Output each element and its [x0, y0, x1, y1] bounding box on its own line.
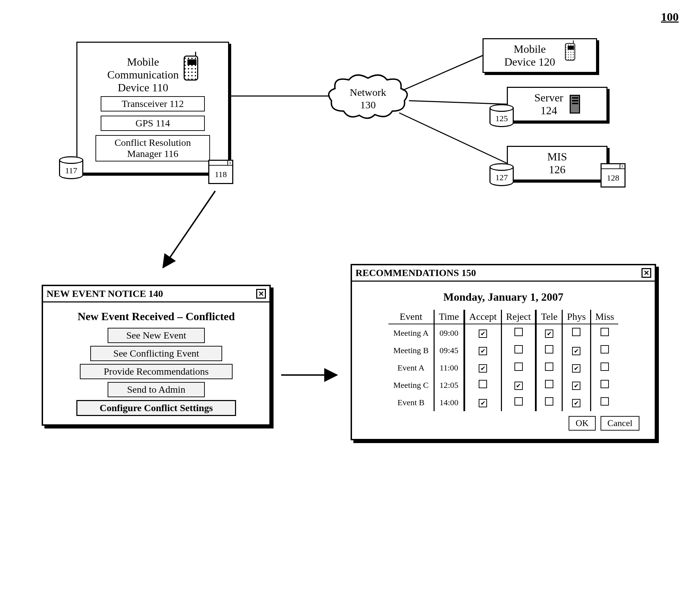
table-row: Meeting A09:00✔✔ — [388, 324, 618, 342]
checkbox[interactable]: ✔ — [572, 347, 580, 355]
table-row: Event B14:00✔✔ — [388, 394, 618, 411]
checkbox[interactable] — [601, 397, 609, 406]
cell: 09:45 — [434, 342, 464, 359]
cell: Meeting A — [388, 324, 434, 342]
cell: 11:00 — [434, 359, 464, 376]
window-118-icon: x 118 — [208, 160, 233, 184]
svg-line-3 — [163, 191, 215, 267]
configure-conflict-settings-button[interactable]: Configure Conflict Settings — [76, 400, 236, 416]
checkbox[interactable] — [601, 328, 609, 336]
mis-126-l2: 126 — [549, 163, 565, 176]
win-128-label: 128 — [602, 169, 624, 183]
see-new-event-button[interactable]: See New Event — [108, 328, 205, 343]
checkbox[interactable] — [545, 363, 553, 371]
provide-recommendations-button[interactable]: Provide Recommendations — [80, 364, 233, 379]
checkbox[interactable]: ✔ — [479, 364, 487, 373]
send-to-admin-button[interactable]: Send to Admin — [108, 382, 205, 397]
cell: Event A — [388, 359, 434, 376]
database-125-icon: 125 — [489, 104, 514, 128]
checkbox[interactable]: ✔ — [514, 382, 523, 390]
crm-line1: Conflict Resolution — [102, 137, 204, 148]
database-117-icon: 117 — [59, 156, 83, 181]
checkbox[interactable] — [545, 345, 553, 353]
col-accept: Accept — [464, 310, 501, 324]
col-tele: Tele — [536, 310, 562, 324]
arrow-118-to-140 — [146, 188, 229, 278]
server-124-box: Server 124 — [507, 87, 607, 122]
checkbox[interactable]: ✔ — [545, 330, 553, 338]
server-124-l2: 124 — [534, 104, 563, 117]
crm-116-box: Conflict Resolution Manager 116 — [95, 135, 210, 161]
mis-126-box: MIS 126 — [507, 146, 607, 181]
checkbox[interactable] — [545, 397, 553, 406]
checkbox[interactable] — [479, 380, 487, 388]
col-reject: Reject — [501, 310, 536, 324]
phone-icon — [565, 43, 575, 60]
cell: Meeting C — [388, 376, 434, 394]
dialog-140-header: New Event Received – Conflicted — [50, 310, 262, 323]
cell: Event B — [388, 394, 434, 411]
crm-line2: Manager 116 — [102, 148, 204, 159]
device-110-title-l2: Communication — [107, 68, 179, 81]
cancel-button[interactable]: Cancel — [601, 416, 639, 431]
col-event: Event — [388, 310, 434, 324]
checkbox[interactable] — [601, 363, 609, 371]
transceiver-112-box: Transceiver 112 — [101, 96, 205, 111]
svg-line-0 — [403, 56, 483, 90]
cell: 14:00 — [434, 394, 464, 411]
table-row: Meeting C12:05✔✔ — [388, 376, 618, 394]
dialog-150-title: RECOMMENDATIONS 150 — [355, 267, 476, 278]
cell: 12:05 — [434, 376, 464, 394]
database-127-icon: 127 — [489, 163, 514, 188]
win-118-label: 118 — [209, 166, 232, 179]
figure-number: 100 — [661, 10, 679, 24]
window-128-icon: x 128 — [601, 163, 626, 188]
db-125-label: 125 — [489, 114, 514, 123]
gps-114-box: GPS 114 — [101, 116, 205, 131]
close-icon[interactable]: ✕ — [256, 289, 266, 299]
checkbox[interactable] — [601, 380, 609, 388]
mobile-comm-device-110-box: Mobile Communication Device 110 Transcei… — [76, 42, 229, 174]
close-icon[interactable]: ✕ — [642, 268, 651, 278]
recommendations-dialog: RECOMMENDATIONS 150 ✕ Monday, January 1,… — [351, 264, 656, 440]
cell: Meeting B — [388, 342, 434, 359]
checkbox[interactable] — [545, 380, 553, 388]
phone-icon — [184, 56, 198, 81]
arrow-140-to-150 — [281, 365, 344, 385]
col-miss: Miss — [590, 310, 618, 324]
new-event-notice-dialog: NEW EVENT NOTICE 140 ✕ New Event Receive… — [42, 285, 271, 426]
checkbox[interactable]: ✔ — [572, 382, 580, 390]
svg-line-1 — [409, 101, 507, 104]
device-110-title-l1: Mobile — [107, 56, 179, 68]
table-row: Meeting B09:45✔✔ — [388, 342, 618, 359]
recommendations-table: Event Time Accept Reject Tele Phys Miss … — [388, 310, 618, 411]
col-phys: Phys — [562, 310, 590, 324]
db-127-label: 127 — [489, 173, 514, 182]
checkbox[interactable]: ✔ — [479, 330, 487, 338]
device-110-title-l3: Device 110 — [107, 81, 179, 94]
table-row: Event A11:00✔✔ — [388, 359, 618, 376]
checkbox[interactable] — [514, 363, 523, 371]
checkbox[interactable] — [601, 345, 609, 353]
checkbox[interactable]: ✔ — [572, 399, 580, 407]
mis-126-l1: MIS — [547, 150, 567, 163]
see-conflicting-event-button[interactable]: See Conflicting Event — [90, 346, 222, 361]
checkbox[interactable] — [514, 345, 523, 353]
checkbox[interactable]: ✔ — [572, 364, 580, 373]
dialog-150-date: Monday, January 1, 2007 — [359, 291, 648, 303]
checkbox[interactable]: ✔ — [479, 347, 487, 355]
connector-line — [231, 95, 329, 97]
server-124-l1: Server — [534, 91, 563, 104]
checkbox[interactable] — [572, 328, 580, 336]
cell: 09:00 — [434, 324, 464, 342]
ok-button[interactable]: OK — [569, 416, 596, 431]
dialog-140-title: NEW EVENT NOTICE 140 — [47, 288, 163, 299]
server-icon — [570, 95, 580, 114]
checkbox[interactable] — [514, 328, 523, 336]
col-time: Time — [434, 310, 464, 324]
db-117-label: 117 — [59, 166, 83, 175]
checkbox[interactable]: ✔ — [479, 399, 487, 407]
checkbox[interactable] — [514, 397, 523, 406]
